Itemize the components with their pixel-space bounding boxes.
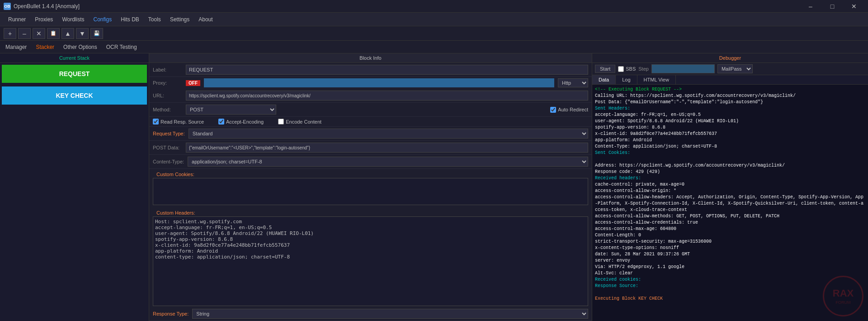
proxy-label: Proxy: (153, 80, 182, 86)
menu-wordlists[interactable]: Wordlists (57, 14, 89, 24)
encode-content-checkbox[interactable] (278, 119, 284, 125)
debugger-start-button[interactable]: Start (595, 65, 615, 73)
move-up-button[interactable]: ▲ (61, 28, 74, 39)
content-type-label: Content-Type: (153, 159, 184, 164)
debugger-output: <!-- Executing Block REQUEST -->Calling … (592, 85, 868, 321)
step-label: Step (638, 66, 649, 72)
label-field-label: Label: (153, 67, 182, 72)
custom-headers-textarea[interactable] (153, 216, 588, 306)
encode-content-text: Encode Content (286, 119, 321, 125)
move-down-button[interactable]: ▼ (76, 28, 89, 39)
read-resp-label: Read Resp. Source (153, 119, 204, 125)
debugger-header: Debugger (592, 53, 868, 63)
custom-headers-label: Custom Headers: (153, 208, 588, 216)
main-content: Current Stack REQUEST KEY CHECK Block In… (0, 53, 868, 321)
titlebar-left: OB OpenBullet 1.4.4 [Anomaly] (4, 3, 80, 10)
proxy-off-indicator: OFF (186, 80, 200, 86)
debugger-wordlist-select[interactable]: MailPass UserPass (717, 64, 753, 73)
minimize-button[interactable]: – (800, 0, 821, 13)
menubar: Runner Proxies Wordlists Configs Hits DB… (0, 13, 868, 26)
request-type-label: Request Type: (153, 131, 185, 136)
current-stack-header: Current Stack (0, 53, 149, 63)
proxy-input[interactable] (204, 78, 554, 87)
checkboxes-row: Read Resp. Source Accept-Encoding Encode… (149, 117, 592, 127)
custom-cookies-textarea[interactable] (153, 178, 588, 205)
debugger-toolbar: Start SBS Step MailPass UserPass (592, 63, 868, 75)
right-panel: Debugger Start SBS Step MailPass UserPas… (592, 53, 868, 321)
clear-button[interactable]: ✕ (33, 28, 45, 39)
debugger-tab-data[interactable]: Data (592, 75, 616, 84)
left-panel: Current Stack REQUEST KEY CHECK (0, 53, 149, 321)
response-type-row: Response Type: String File (149, 307, 592, 321)
accept-encoding-text: Accept-Encoding (226, 119, 264, 125)
proxy-type-select[interactable]: Http Socks4 Socks5 (558, 78, 588, 87)
response-type-select[interactable]: String File (192, 309, 588, 319)
response-type-label: Response Type: (153, 311, 189, 316)
auto-redirect-checkbox[interactable] (550, 107, 556, 113)
auto-redirect-label: Auto Redirect (550, 107, 588, 113)
accept-encoding-label: Accept-Encoding (218, 119, 264, 125)
menu-about[interactable]: About (194, 14, 217, 24)
menu-proxies[interactable]: Proxies (30, 14, 57, 24)
post-data-row: POST Data: (149, 141, 592, 155)
menu-hitsdb[interactable]: Hits DB (116, 14, 144, 24)
app-icon: OB (4, 3, 11, 10)
sbs-checkbox[interactable] (618, 66, 624, 72)
encode-content-label: Encode Content (278, 119, 321, 125)
center-panel: Block Info Label: Proxy: OFF Http Socks4… (149, 53, 592, 321)
keycheck-block-button[interactable]: KEY CHECK (2, 86, 147, 105)
post-data-input[interactable] (186, 143, 588, 153)
debugger-tabs: Data Log HTML View (592, 75, 868, 85)
titlebar-controls: – □ ✕ (800, 0, 864, 13)
debugger-data-input[interactable] (651, 64, 715, 73)
subtab-stacker[interactable]: Stacker (34, 43, 56, 51)
custom-cookies-section: Custom Cookies: (149, 169, 592, 207)
request-type-row: Request Type: Standard Multipart Raw (149, 127, 592, 141)
menu-runner[interactable]: Runner (4, 14, 30, 24)
remove-block-button[interactable]: – (18, 28, 31, 39)
debugger-tab-htmlview[interactable]: HTML View (637, 75, 676, 84)
subtoolbar: Manager Stacker Other Options OCR Testin… (0, 41, 868, 53)
url-input[interactable] (186, 91, 588, 101)
content-type-select[interactable]: application/json; charset=UTF-8 applicat… (188, 157, 588, 167)
menu-configs[interactable]: Configs (89, 14, 117, 24)
read-resp-checkbox[interactable] (153, 119, 159, 125)
accept-encoding-checkbox[interactable] (218, 119, 224, 125)
close-button[interactable]: ✕ (844, 0, 864, 13)
sbs-label: SBS (618, 66, 636, 72)
subtab-ocr-testing[interactable]: OCR Testing (104, 43, 139, 51)
subtab-other-options[interactable]: Other Options (61, 43, 99, 51)
label-input[interactable] (186, 65, 588, 75)
debugger-tab-log[interactable]: Log (616, 75, 637, 84)
menu-tools[interactable]: Tools (144, 14, 165, 24)
toolbar: + – ✕ 📋 ▲ ▼ 💾 (0, 26, 868, 41)
proxy-row: Proxy: OFF Http Socks4 Socks5 (149, 77, 592, 89)
block-info-header: Block Info (149, 53, 592, 63)
method-row: Method: POST GET PUT DELETE PATCH Auto R… (149, 103, 592, 117)
maximize-button[interactable]: □ (822, 0, 843, 13)
url-label: URL: (153, 93, 182, 98)
label-row: Label: (149, 63, 592, 77)
auto-redirect-text: Auto Redirect (558, 107, 588, 112)
subtab-manager[interactable]: Manager (4, 43, 28, 51)
save-button[interactable]: 💾 (90, 28, 103, 39)
sbs-text: SBS (626, 66, 636, 72)
add-block-button[interactable]: + (4, 28, 16, 39)
custom-headers-section: Custom Headers: (149, 207, 592, 307)
request-block-button[interactable]: REQUEST (2, 65, 147, 83)
url-row: URL: (149, 89, 592, 103)
request-type-select[interactable]: Standard Multipart Raw (189, 129, 588, 139)
custom-cookies-label: Custom Cookies: (153, 170, 588, 178)
method-select[interactable]: POST GET PUT DELETE PATCH (186, 105, 276, 115)
titlebar: OB OpenBullet 1.4.4 [Anomaly] – □ ✕ (0, 0, 868, 13)
read-resp-text: Read Resp. Source (160, 119, 204, 125)
post-data-label: POST Data: (153, 145, 182, 150)
content-type-row: Content-Type: application/json; charset=… (149, 155, 592, 169)
titlebar-title: OpenBullet 1.4.4 [Anomaly] (14, 3, 80, 10)
copy-button[interactable]: 📋 (47, 28, 60, 39)
menu-settings[interactable]: Settings (165, 14, 194, 24)
method-label: Method: (153, 107, 182, 112)
